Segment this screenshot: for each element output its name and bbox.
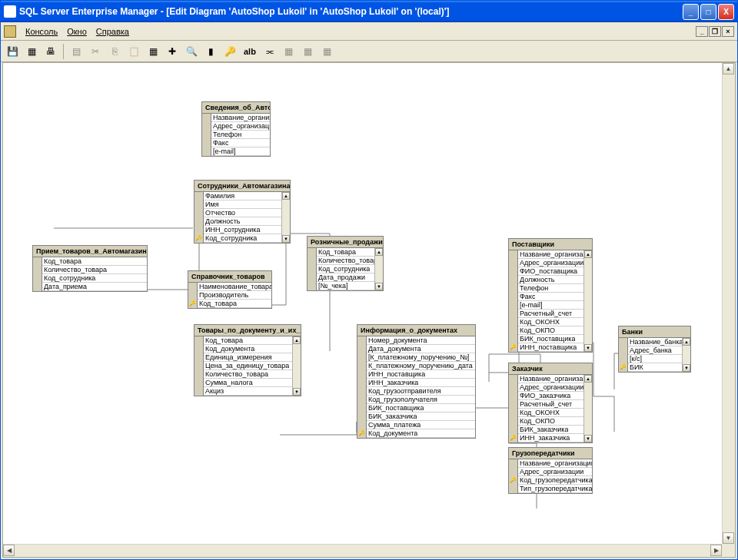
table-row[interactable]: К_платежному_поручению_дата — [357, 362, 475, 370]
table-row[interactable]: Сумма_платежа — [357, 421, 475, 429]
table-row[interactable]: Код_грузоотправителя — [357, 387, 475, 396]
table-header[interactable]: Поставщики — [509, 239, 592, 250]
properties-icon[interactable]: ▦ — [23, 43, 40, 60]
table-header[interactable]: Информация_о_документах — [357, 325, 475, 336]
table-banki[interactable]: Банки Название_банкаАдрес_банка[к/с]🔑БИК… — [618, 326, 691, 373]
table-row[interactable]: Название_организации — [509, 459, 592, 468]
close-button[interactable]: X — [718, 4, 734, 20]
table-row[interactable]: [К_платежному_поручению_№] — [357, 353, 475, 362]
table-info-doc[interactable]: Информация_о_документах Номер_документаД… — [357, 324, 476, 439]
table-row[interactable]: Телефон — [202, 131, 270, 139]
scroll-up-icon[interactable]: ▲ — [293, 336, 301, 344]
new-icon[interactable]: ✚ — [164, 43, 181, 60]
table-postavshiki[interactable]: Поставщики Название_организациАдрес_орга… — [508, 238, 593, 353]
table-row[interactable]: Фамилия — [194, 192, 290, 200]
save-icon[interactable]: 💾 — [4, 43, 21, 60]
table-row[interactable]: БИК_поставщика — [509, 335, 592, 343]
menu-help[interactable]: Справка — [91, 25, 134, 38]
column-scrollbar[interactable]: ▲▼ — [682, 338, 690, 372]
maximize-button[interactable]: □ — [700, 4, 716, 20]
table-header[interactable]: Грузопередатчики — [509, 448, 592, 459]
scroll-up-icon[interactable]: ▲ — [375, 248, 383, 256]
table-row[interactable]: Телефон — [509, 284, 592, 293]
table-svedeniya[interactable]: Сведения_об_Автомага: Название_организац… — [201, 101, 271, 157]
table-row[interactable]: Дата_документа — [357, 345, 475, 353]
scroll-left-button[interactable]: ◀ — [3, 545, 15, 556]
scroll-up-icon[interactable]: ▲ — [584, 250, 592, 258]
table-tovary-doc[interactable]: Товары_по_документу_и_их_хар: Код_товара… — [194, 324, 301, 396]
column-scrollbar[interactable]: ▲▼ — [583, 250, 592, 352]
table-header[interactable]: Розничные_продажи — [308, 237, 383, 248]
table-row[interactable]: Адрес_организации — [509, 468, 592, 476]
menu-console[interactable]: Консоль — [21, 25, 62, 38]
scroll-down-icon[interactable]: ▼ — [584, 435, 592, 442]
table-row[interactable]: Адрес_организации — [509, 259, 592, 267]
scroll-up-button[interactable]: ▲ — [723, 63, 734, 75]
minimize-button[interactable]: _ — [683, 4, 699, 20]
table-row[interactable]: 🔑Код_документа — [357, 429, 475, 438]
autosize-icon[interactable]: ▦ — [319, 43, 336, 60]
page-breaks-icon[interactable]: ▦ — [281, 43, 298, 60]
table-row[interactable]: Адрес_организации — [509, 383, 592, 392]
table-spravochnik[interactable]: Справочник_товаров Наименование_товараПр… — [188, 270, 272, 309]
table-row[interactable]: Код_товара — [33, 257, 147, 266]
table-header[interactable]: Справочник_товаров — [188, 271, 271, 283]
column-scrollbar[interactable]: ▲▼ — [292, 336, 301, 396]
titlebar[interactable]: SQL Server Enterprise Manager - [Edit Di… — [1, 1, 737, 22]
scroll-right-button[interactable]: ▶ — [710, 545, 722, 556]
table-row[interactable]: 🔑ИНН_заказчика — [509, 434, 592, 442]
table-row[interactable]: БИК_заказчика — [509, 426, 592, 434]
new-table-icon[interactable]: ▤ — [68, 43, 85, 60]
table-row[interactable]: Код_сотрудника — [33, 274, 147, 283]
table-row[interactable]: Адрес_организации — [202, 122, 270, 131]
table-row[interactable]: [№_чека] — [308, 282, 383, 290]
table-row[interactable]: Количество_товара — [194, 370, 301, 379]
table-header[interactable]: Сотрудники_Автомагазина — [194, 181, 290, 192]
table-row[interactable]: Название_организации — [202, 114, 270, 122]
zoom-icon[interactable]: 🔍 — [183, 43, 200, 60]
table-row[interactable]: Название_организаци — [509, 375, 592, 383]
table-row[interactable]: ФИО_заказчика — [509, 392, 592, 400]
table-row[interactable]: 🔑Код_сотрудника — [194, 234, 290, 243]
table-row[interactable]: Производитель — [188, 291, 271, 300]
table-row[interactable]: Код_товара — [194, 336, 301, 345]
table-row[interactable]: Код_документа — [194, 345, 301, 353]
table-row[interactable]: Название_организаци — [509, 250, 592, 259]
table-header[interactable]: Сведения_об_Автомага: — [202, 102, 270, 114]
table-sotrudniki[interactable]: Сотрудники_Автомагазина ФамилияИмяОтчест… — [194, 180, 291, 244]
table-priem[interactable]: Прием_товаров_в_Автомагазин Код_товараКо… — [32, 245, 148, 292]
table-row[interactable]: Адрес_банка — [619, 346, 690, 355]
table-row[interactable]: Отчество — [194, 209, 290, 217]
scroll-up-icon[interactable]: ▲ — [683, 338, 690, 346]
table-row[interactable]: ИНН_заказчика — [357, 379, 475, 387]
scroll-down-button[interactable]: ▼ — [723, 532, 734, 544]
table-row[interactable]: Количество_товара — [308, 257, 383, 265]
table-header[interactable]: Товары_по_документу_и_их_хар: — [194, 325, 301, 336]
menu-app-icon[interactable] — [4, 25, 16, 38]
table-row[interactable]: [к/с] — [619, 355, 690, 363]
cut-icon[interactable]: ✂ — [87, 43, 104, 60]
table-row[interactable]: Название_банка — [619, 338, 690, 346]
print-icon[interactable]: 🖶 — [42, 43, 59, 60]
scroll-up-icon[interactable]: ▲ — [584, 375, 592, 383]
table-row[interactable]: 🔑ИНН_поставщика — [509, 343, 592, 352]
table-row[interactable]: Имя — [194, 200, 290, 209]
arrange-icon[interactable]: ▦ — [300, 43, 317, 60]
table-header[interactable]: Заказчик — [509, 363, 592, 375]
table-row[interactable]: Цена_за_единицу_товара — [194, 362, 301, 370]
column-scrollbar[interactable]: ▲▼ — [281, 192, 290, 243]
table-row[interactable]: 🔑Код_товара — [188, 300, 271, 308]
diagram-canvas[interactable]: Сведения_об_Автомага: Название_организац… — [2, 62, 736, 558]
table-row[interactable]: ИНН_сотрудника — [194, 226, 290, 234]
table-header[interactable]: Прием_товаров_в_Автомагазин — [33, 246, 147, 257]
table-row[interactable]: Код_ОКОНХ — [509, 409, 592, 417]
ab-label[interactable]: alb — [241, 47, 259, 56]
add-table-icon[interactable]: ▦ — [145, 43, 161, 60]
column-scrollbar[interactable]: ▲▼ — [374, 248, 383, 290]
table-row[interactable]: Расчетный_счет — [509, 400, 592, 409]
table-row[interactable]: Код_ОКПО — [509, 326, 592, 335]
column-scrollbar[interactable]: ▲▼ — [583, 375, 592, 442]
table-row[interactable]: 🔑Код_грузопередатчика — [509, 476, 592, 485]
copy-icon[interactable]: ⎘ — [106, 43, 123, 60]
paste-icon[interactable]: 📋 — [125, 43, 142, 60]
